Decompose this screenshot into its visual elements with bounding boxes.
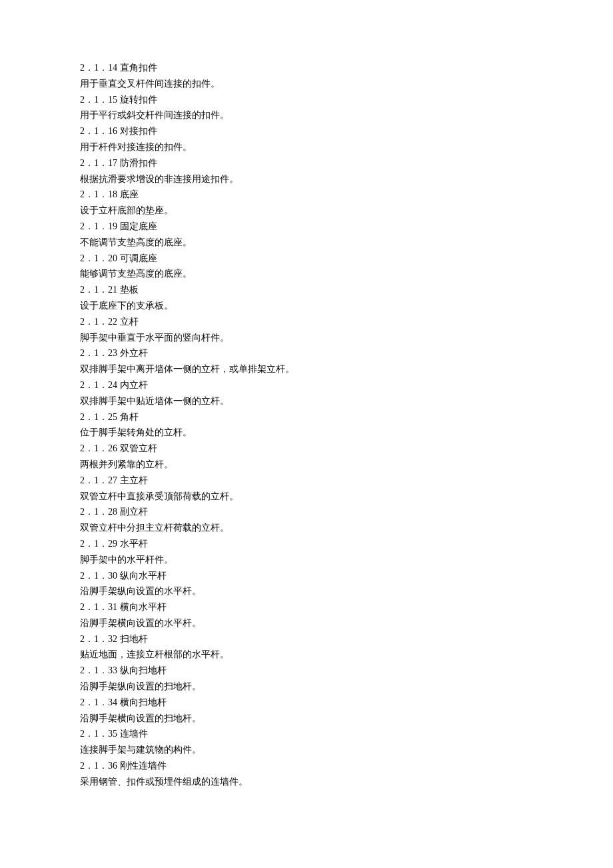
term-name: 立杆 <box>120 317 139 327</box>
definition-entry: 2．1．30 纵向水平杆沿脚手架纵向设置的水平杆。 <box>80 568 533 600</box>
term-name: 直角扣件 <box>120 63 157 73</box>
term-name: 刚性连墙件 <box>120 761 167 771</box>
definition-entry: 2．1．26 双管立杆两根并列紧靠的立杆。 <box>80 441 533 473</box>
term-number: 2．1．25 <box>80 412 117 422</box>
definition-entry: 2．1．34 横向扫地杆沿脚手架横向设置的扫地杆。 <box>80 695 533 727</box>
term-definition: 沿脚手架纵向设置的扫地杆。 <box>80 679 533 695</box>
definition-entry: 2．1．33 纵向扫地杆沿脚手架纵向设置的扫地杆。 <box>80 663 533 695</box>
term-number: 2．1．20 <box>80 253 117 263</box>
term-name: 双管立杆 <box>120 443 157 453</box>
term-number: 2．1．19 <box>80 221 117 231</box>
definition-entry: 2．1．24 内立杆双排脚手架中贴近墙体一侧的立杆。 <box>80 377 533 409</box>
document-page: 2．1．14 直角扣件用于垂直交叉杆件间连接的扣件。2．1．15 旋转扣件用于平… <box>0 0 613 868</box>
term-number: 2．1．32 <box>80 634 117 644</box>
term-number: 2．1．17 <box>80 158 117 168</box>
term-definition: 连接脚手架与建筑物的构件。 <box>80 742 533 758</box>
term-heading: 2．1．27 主立杆 <box>80 473 533 489</box>
term-definition: 双管立杆中分担主立杆荷载的立杆。 <box>80 520 533 536</box>
term-number: 2．1．36 <box>80 761 117 771</box>
term-heading: 2．1．26 双管立杆 <box>80 441 533 457</box>
term-name: 水平杆 <box>120 539 148 549</box>
term-definition: 设于立杆底部的垫座。 <box>80 203 533 219</box>
term-definition: 贴近地面，连接立杆根部的水平杆。 <box>80 647 533 663</box>
definition-entry: 2．1．15 旋转扣件用于平行或斜交杆件间连接的扣件。 <box>80 92 533 124</box>
term-number: 2．1．34 <box>80 697 117 707</box>
term-number: 2．1．27 <box>80 475 117 485</box>
definition-entry: 2．1．23 外立杆双排脚手架中离开墙体一侧的立杆，或单排架立杆。 <box>80 345 533 377</box>
term-definition: 用于垂直交叉杆件间连接的扣件。 <box>80 76 533 92</box>
definition-entry: 2．1．20 可调底座能够调节支垫高度的底座。 <box>80 251 533 283</box>
term-definition: 脚手架中的水平杆件。 <box>80 552 533 568</box>
term-number: 2．1．23 <box>80 348 117 358</box>
term-definition: 沿脚手架纵向设置的水平杆。 <box>80 583 533 599</box>
term-number: 2．1．16 <box>80 126 117 136</box>
definition-entry: 2．1．14 直角扣件用于垂直交叉杆件间连接的扣件。 <box>80 60 533 92</box>
term-number: 2．1．22 <box>80 317 117 327</box>
definition-entry: 2．1．18 底座设于立杆底部的垫座。 <box>80 187 533 219</box>
definition-entry: 2．1．28 副立杆双管立杆中分担主立杆荷载的立杆。 <box>80 504 533 536</box>
term-definition: 脚手架中垂直于水平面的竖向杆件。 <box>80 330 533 346</box>
definition-entry: 2．1．17 防滑扣件根据抗滑要求增设的非连接用途扣件。 <box>80 155 533 187</box>
term-heading: 2．1．19 固定底座 <box>80 219 533 235</box>
term-heading: 2．1．18 底座 <box>80 187 533 203</box>
term-number: 2．1．30 <box>80 571 117 581</box>
term-number: 2．1．18 <box>80 189 117 199</box>
term-name: 底座 <box>120 189 139 199</box>
term-name: 副立杆 <box>120 507 148 517</box>
term-name: 可调底座 <box>120 253 157 263</box>
term-definition: 双管立杆中直接承受顶部荷载的立杆。 <box>80 489 533 505</box>
term-name: 垫板 <box>120 285 139 295</box>
term-name: 防滑扣件 <box>120 158 157 168</box>
term-name: 纵向水平杆 <box>120 571 167 581</box>
term-definition: 能够调节支垫高度的底座。 <box>80 266 533 282</box>
term-definition: 用于杆件对接连接的扣件。 <box>80 139 533 155</box>
definition-entry: 2．1．25 角杆位于脚手架转角处的立杆。 <box>80 409 533 441</box>
term-number: 2．1．24 <box>80 380 117 390</box>
term-heading: 2．1．36 刚性连墙件 <box>80 758 533 774</box>
term-heading: 2．1．21 垫板 <box>80 282 533 298</box>
term-heading: 2．1．15 旋转扣件 <box>80 92 533 108</box>
definition-entry: 2．1．32 扫地杆贴近地面，连接立杆根部的水平杆。 <box>80 631 533 663</box>
term-definition: 双排脚手架中离开墙体一侧的立杆，或单排架立杆。 <box>80 361 533 377</box>
term-name: 连墙件 <box>120 729 148 739</box>
term-heading: 2．1．31 横向水平杆 <box>80 599 533 615</box>
definitions-list: 2．1．14 直角扣件用于垂直交叉杆件间连接的扣件。2．1．15 旋转扣件用于平… <box>80 60 533 790</box>
term-number: 2．1．31 <box>80 602 117 612</box>
definition-entry: 2．1．22 立杆脚手架中垂直于水平面的竖向杆件。 <box>80 314 533 346</box>
term-heading: 2．1．32 扫地杆 <box>80 631 533 647</box>
term-heading: 2．1．16 对接扣件 <box>80 123 533 139</box>
definition-entry: 2．1．16 对接扣件用于杆件对接连接的扣件。 <box>80 123 533 155</box>
term-name: 旋转扣件 <box>120 95 157 105</box>
term-name: 固定底座 <box>120 221 157 231</box>
term-heading: 2．1．34 横向扫地杆 <box>80 695 533 711</box>
term-heading: 2．1．24 内立杆 <box>80 377 533 393</box>
term-heading: 2．1．17 防滑扣件 <box>80 155 533 171</box>
term-number: 2．1．33 <box>80 665 117 675</box>
term-heading: 2．1．28 副立杆 <box>80 504 533 520</box>
definition-entry: 2．1．31 横向水平杆沿脚手架横向设置的水平杆。 <box>80 599 533 631</box>
term-definition: 沿脚手架横向设置的扫地杆。 <box>80 711 533 727</box>
term-number: 2．1．21 <box>80 285 117 295</box>
term-definition: 双排脚手架中贴近墙体一侧的立杆。 <box>80 393 533 409</box>
definition-entry: 2．1．35 连墙件连接脚手架与建筑物的构件。 <box>80 726 533 758</box>
term-number: 2．1．28 <box>80 507 117 517</box>
term-name: 扫地杆 <box>120 634 148 644</box>
term-heading: 2．1．22 立杆 <box>80 314 533 330</box>
definition-entry: 2．1．27 主立杆双管立杆中直接承受顶部荷载的立杆。 <box>80 473 533 505</box>
term-number: 2．1．15 <box>80 95 117 105</box>
definition-entry: 2．1．29 水平杆脚手架中的水平杆件。 <box>80 536 533 568</box>
term-number: 2．1．26 <box>80 443 117 453</box>
term-name: 外立杆 <box>120 348 148 358</box>
term-heading: 2．1．33 纵向扫地杆 <box>80 663 533 679</box>
term-heading: 2．1．14 直角扣件 <box>80 60 533 76</box>
term-definition: 用于平行或斜交杆件间连接的扣件。 <box>80 107 533 123</box>
term-number: 2．1．14 <box>80 63 117 73</box>
term-heading: 2．1．23 外立杆 <box>80 345 533 361</box>
term-definition: 设于底座下的支承板。 <box>80 298 533 314</box>
term-definition: 位于脚手架转角处的立杆。 <box>80 425 533 441</box>
term-name: 纵向扫地杆 <box>120 665 167 675</box>
definition-entry: 2．1．21 垫板设于底座下的支承板。 <box>80 282 533 314</box>
term-heading: 2．1．25 角杆 <box>80 409 533 425</box>
term-name: 主立杆 <box>120 475 148 485</box>
term-name: 横向水平杆 <box>120 602 167 612</box>
